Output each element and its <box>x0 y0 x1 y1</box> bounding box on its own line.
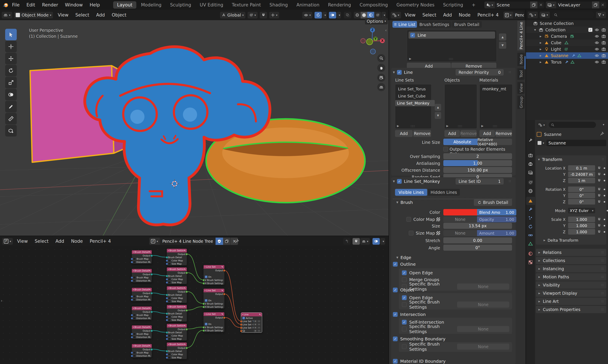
node-checkbox[interactable] <box>168 259 171 262</box>
node-checkbox[interactable]: ✓ <box>242 317 245 319</box>
edge-option-checkbox[interactable] <box>402 344 407 349</box>
node-socket-blue[interactable] <box>131 333 133 335</box>
delta-transform-section[interactable]: ▶Delta Transform <box>544 237 578 243</box>
node-remove-button[interactable]: − <box>257 320 261 323</box>
offscreen-distance-field[interactable]: 150.00 px <box>443 167 512 173</box>
node-socket-green[interactable] <box>202 326 205 329</box>
select-tool-button[interactable] <box>5 29 17 40</box>
node-checkbox[interactable] <box>133 314 136 316</box>
node-checkbox[interactable] <box>168 315 171 318</box>
panel-grip[interactable]: ∷ <box>509 70 511 74</box>
hide-toggle-eye-icon[interactable] <box>595 60 599 64</box>
node-socket-blue[interactable] <box>166 319 168 321</box>
render-toggle-camera-icon[interactable] <box>602 40 606 45</box>
material-remove-button[interactable]: Remove <box>496 130 512 137</box>
node-edit-icon[interactable]: ✎ <box>149 345 151 347</box>
value-field[interactable]: 1.000 <box>568 217 595 222</box>
node-checkbox[interactable] <box>133 295 136 298</box>
node-socket-blue[interactable] <box>131 355 133 357</box>
properties-tab-physics[interactable] <box>526 222 535 231</box>
node-socket-orange[interactable] <box>240 324 242 326</box>
brush-detail-button[interactable]: Brush Detail <box>474 199 512 206</box>
material-item[interactable]: monkey_mt <box>481 86 514 92</box>
section-motion-paths[interactable]: ▶Motion Paths∷ <box>536 273 606 281</box>
scrollbar-thumb[interactable] <box>525 56 526 69</box>
node-socket-teal[interactable] <box>150 330 153 332</box>
lock-icon[interactable] <box>597 217 601 221</box>
render-toggle-camera-icon[interactable] <box>602 60 606 64</box>
panel-grip[interactable]: ∷ <box>509 180 511 183</box>
blend-amount-slider[interactable]: Blend Amo1.00 <box>477 209 516 215</box>
menu-add[interactable]: Add <box>93 10 108 20</box>
menu-pencil-4[interactable]: Pencil+ 4 <box>86 236 114 246</box>
node-add-button[interactable]: + <box>254 320 257 323</box>
node-socket-green[interactable] <box>185 253 188 255</box>
node-socket-green[interactable] <box>185 291 188 293</box>
animate-dot[interactable] <box>604 189 605 190</box>
workspace-tab-rendering[interactable]: Rendering <box>324 1 355 9</box>
side-tab-group[interactable]: Group <box>517 96 525 109</box>
node-header[interactable]: ▾Brush Detail✎ <box>132 269 152 273</box>
node-header[interactable]: ▾Brush Settings✎ <box>167 267 187 271</box>
node-edit-icon[interactable]: ✎ <box>222 266 223 268</box>
node-checkbox[interactable]: ✓ <box>205 299 207 302</box>
node-socket-blue[interactable] <box>131 258 133 260</box>
line-size-relative-button[interactable]: Relative (640*480) <box>477 139 512 145</box>
properties-tab-scene[interactable] <box>526 178 535 186</box>
edge-section-header[interactable]: ▼Edge <box>396 255 411 260</box>
outliner-row-camera[interactable]: ▶Camera <box>526 33 608 39</box>
lineset-move-up-button[interactable]: ▲ <box>435 104 441 111</box>
pencil-tree-selector[interactable]: P▾ Pencil+ 4 Line N <box>503 12 524 19</box>
list-expand-icon[interactable]: ▶ <box>397 124 399 128</box>
node-checkbox[interactable] <box>168 338 171 340</box>
viewlayer-selector[interactable]: ▾ ViewLayer ✕ <box>546 1 606 8</box>
node-header[interactable]: ▾Brush Detail✎ <box>132 307 152 310</box>
node-brush-detail[interactable]: ▾Brush Detail✎OutputBrush MapDistortion … <box>132 306 152 320</box>
node-checkbox[interactable] <box>133 355 135 357</box>
node-checkbox[interactable] <box>133 333 136 335</box>
collection-checkbox[interactable]: ✓ <box>588 28 593 32</box>
workspace-tab-layout[interactable]: Layout <box>113 1 136 9</box>
list-resize-grip[interactable]: ∷∷ <box>411 125 415 128</box>
lineset-add-button[interactable]: Add <box>395 130 413 137</box>
properties-filter-dropdown[interactable]: ▾ <box>537 122 547 128</box>
section-custom-properties[interactable]: ▶Custom Properties∷ <box>536 306 606 313</box>
menu-node[interactable]: Node <box>455 10 474 20</box>
node-brush-detail[interactable]: ▾Brush Detail✎OutputBrush MapDistortion … <box>132 325 152 339</box>
line-set-item-line-set-torus[interactable]: Line Set_Torus <box>396 86 434 92</box>
node-socket-teal[interactable] <box>166 294 168 296</box>
lock-icon[interactable] <box>597 179 601 182</box>
gizmo-y-neg[interactable] <box>366 39 373 45</box>
pan-button[interactable] <box>377 64 385 72</box>
over-sampling-field[interactable]: 2 <box>443 153 512 159</box>
animate-dot[interactable] <box>607 210 608 211</box>
fake-user-shield-icon[interactable] <box>215 238 223 245</box>
editor-type-button[interactable]: P▾ <box>2 238 13 245</box>
specific-brush-settings-field[interactable]: None <box>457 301 509 308</box>
node-edit-icon[interactable]: ✎ <box>259 313 261 316</box>
tree-name[interactable]: Pencil+ 4 Line Node Tree <box>160 239 215 244</box>
line-set-item-line-set-monkey[interactable]: Line Set_Monkey <box>395 100 435 106</box>
node-socket-blue[interactable] <box>166 338 168 340</box>
node-edit-icon[interactable]: ✎ <box>149 251 151 253</box>
properties-tab-world[interactable] <box>526 187 535 195</box>
node-line-set[interactable]: ▾Line Set✎Output✓OnV Brush SettingsH Bru… <box>203 288 225 309</box>
line-move-down-button[interactable]: ▼ <box>499 42 506 49</box>
node-remove-button[interactable]: − <box>257 323 261 326</box>
node-socket-green[interactable] <box>202 279 205 281</box>
scene-copy-icon[interactable] <box>530 1 537 8</box>
node-header[interactable]: ▾Line Set✎ <box>204 265 224 269</box>
panel-grip[interactable]: ∷ <box>602 157 604 161</box>
render-toggle-camera-icon[interactable] <box>602 28 606 32</box>
node-checkbox[interactable] <box>133 336 135 338</box>
node-edit-icon[interactable]: ✎ <box>184 325 186 327</box>
tab-line-list[interactable]: ☰Line List <box>393 21 417 28</box>
color-map-none-field[interactable]: None <box>443 216 477 222</box>
node-edit-icon[interactable]: ✎ <box>149 270 151 272</box>
node-socket-teal[interactable] <box>150 348 153 351</box>
gizmo-z-axis[interactable]: Z <box>370 28 375 32</box>
node-edit-icon[interactable]: ✎ <box>149 326 151 328</box>
node-brush-detail[interactable]: ▾Brush Detail✎OutputBrush MapDistortion … <box>132 269 152 283</box>
node-edit-icon[interactable]: ✎ <box>184 306 186 308</box>
node-socket-blue[interactable] <box>166 278 168 281</box>
